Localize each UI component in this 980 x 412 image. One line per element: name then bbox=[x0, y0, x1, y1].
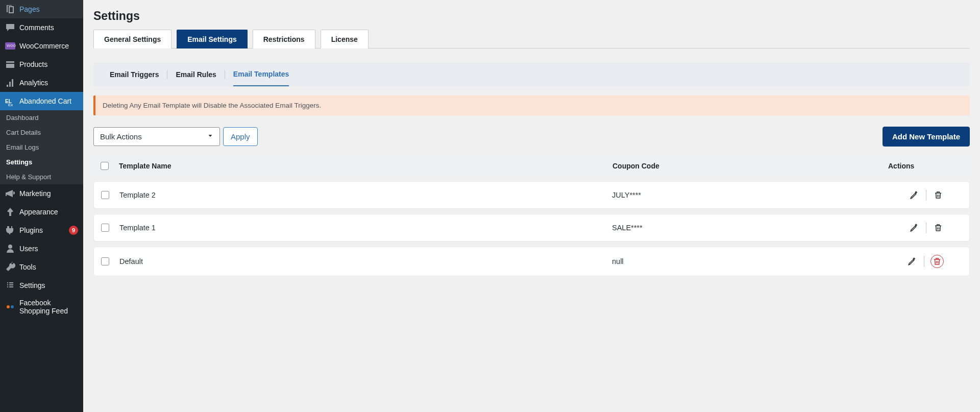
select-all-checkbox[interactable] bbox=[101, 162, 109, 170]
warning-alert: Deleting Any Email Template will Disable… bbox=[93, 95, 970, 115]
content-area: Settings General Settings Email Settings… bbox=[83, 0, 980, 412]
analytics-icon bbox=[5, 78, 15, 88]
abandoned-cart-icon: ELEx bbox=[5, 96, 15, 106]
cell-coupon-code: JULY**** bbox=[612, 191, 888, 199]
sidebar-item-settings[interactable]: Settings bbox=[0, 276, 83, 295]
sidebar-item-woocommerce[interactable]: woo WooCommerce bbox=[0, 37, 83, 55]
row-checkbox[interactable] bbox=[101, 191, 109, 199]
submenu-settings[interactable]: Settings bbox=[0, 155, 83, 169]
sidebar-item-abandoned-cart[interactable]: ELEx Abandoned Cart bbox=[0, 92, 83, 110]
bulk-actions-row: Bulk Actions Apply Add New Template bbox=[93, 127, 970, 147]
col-template-name: Template Name bbox=[119, 162, 612, 170]
delete-icon[interactable] bbox=[933, 222, 944, 233]
admin-sidebar: Pages Comments woo WooCommerce Products … bbox=[0, 0, 83, 412]
submenu-label: Settings bbox=[6, 158, 32, 166]
comments-icon bbox=[5, 22, 15, 33]
sidebar-label: Analytics bbox=[19, 79, 78, 87]
sidebar-label: Products bbox=[19, 60, 78, 68]
sidebar-label: Appearance bbox=[19, 208, 78, 216]
sidebar-item-products[interactable]: Products bbox=[0, 55, 83, 74]
svg-point-2 bbox=[7, 305, 10, 308]
col-coupon-code: Coupon Code bbox=[612, 162, 888, 170]
sidebar-label: Settings bbox=[19, 281, 78, 289]
row-checkbox[interactable] bbox=[101, 257, 109, 265]
delete-icon[interactable] bbox=[933, 189, 944, 201]
users-icon bbox=[5, 244, 15, 254]
action-separator bbox=[924, 256, 924, 267]
page-title: Settings bbox=[93, 0, 970, 29]
submenu-label: Cart Details bbox=[6, 129, 41, 136]
bulk-select-wrap: Bulk Actions bbox=[93, 127, 220, 146]
submenu-cart-details[interactable]: Cart Details bbox=[0, 125, 83, 140]
edit-icon[interactable] bbox=[909, 189, 920, 201]
subtab-email-rules[interactable]: Email Rules bbox=[176, 63, 216, 86]
tab-license[interactable]: License bbox=[321, 30, 369, 49]
settings-tabs: General Settings Email Settings Restrict… bbox=[93, 29, 970, 49]
add-new-template-button[interactable]: Add New Template bbox=[883, 127, 970, 147]
cell-template-name: Template 2 bbox=[119, 191, 612, 199]
sidebar-item-plugins[interactable]: Plugins 9 bbox=[0, 221, 83, 239]
action-separator bbox=[926, 189, 926, 201]
plugins-icon bbox=[5, 225, 15, 235]
sidebar-label: Users bbox=[19, 245, 78, 253]
table-row: Template 1 SALE**** bbox=[93, 214, 970, 241]
sidebar-label: Facebook Shopping Feed bbox=[19, 299, 78, 315]
bulk-actions-select[interactable]: Bulk Actions bbox=[93, 127, 220, 146]
sidebar-item-comments[interactable]: Comments bbox=[0, 18, 83, 37]
woocommerce-icon: woo bbox=[5, 41, 15, 51]
tab-email-settings[interactable]: Email Settings bbox=[177, 30, 247, 49]
sidebar-label: Comments bbox=[19, 23, 78, 32]
row-checkbox[interactable] bbox=[101, 224, 109, 232]
submenu-label: Email Logs bbox=[6, 143, 39, 151]
col-actions: Actions bbox=[888, 162, 965, 170]
pages-icon bbox=[5, 4, 15, 14]
action-separator bbox=[926, 222, 926, 233]
tab-general[interactable]: General Settings bbox=[93, 30, 172, 49]
sidebar-item-users[interactable]: Users bbox=[0, 239, 83, 258]
appearance-icon bbox=[5, 207, 15, 217]
submenu-label: Dashboard bbox=[6, 114, 39, 122]
sidebar-label: Abandoned Cart bbox=[19, 97, 78, 105]
table-row: Template 2 JULY**** bbox=[93, 181, 970, 209]
edit-icon[interactable] bbox=[909, 222, 920, 233]
sidebar-item-marketing[interactable]: Marketing bbox=[0, 184, 83, 203]
subtab-email-triggers[interactable]: Email Triggers bbox=[110, 63, 159, 86]
svg-text:Ex: Ex bbox=[8, 103, 13, 106]
sidebar-label: Plugins bbox=[19, 226, 63, 234]
svg-point-3 bbox=[11, 305, 14, 308]
delete-icon[interactable] bbox=[930, 255, 944, 268]
templates-table: Template Name Coupon Code Actions Templa… bbox=[93, 156, 970, 276]
sidebar-item-tools[interactable]: Tools bbox=[0, 258, 83, 276]
row-actions bbox=[888, 189, 964, 201]
cell-coupon-code: SALE**** bbox=[612, 224, 888, 232]
submenu-dashboard[interactable]: Dashboard bbox=[0, 110, 83, 125]
products-icon bbox=[5, 59, 15, 69]
submenu-label: Help & Support bbox=[6, 173, 51, 181]
sidebar-item-analytics[interactable]: Analytics bbox=[0, 74, 83, 92]
sidebar-label: WooCommerce bbox=[19, 42, 78, 50]
edit-icon[interactable] bbox=[906, 256, 918, 267]
cell-template-name: Template 1 bbox=[119, 224, 612, 232]
row-actions bbox=[888, 222, 964, 233]
sidebar-item-pages[interactable]: Pages bbox=[0, 0, 83, 18]
sidebar-label: Tools bbox=[19, 263, 78, 271]
table-row: Default null bbox=[93, 247, 970, 276]
sidebar-item-appearance[interactable]: Appearance bbox=[0, 203, 83, 221]
submenu-email-logs[interactable]: Email Logs bbox=[0, 140, 83, 155]
tab-restrictions[interactable]: Restrictions bbox=[253, 30, 315, 49]
facebook-feed-icon bbox=[5, 302, 15, 312]
subtab-separator bbox=[167, 70, 167, 79]
apply-button[interactable]: Apply bbox=[223, 127, 258, 146]
table-header: Template Name Coupon Code Actions bbox=[93, 156, 970, 176]
sidebar-item-facebook-feed[interactable]: Facebook Shopping Feed bbox=[0, 295, 83, 319]
email-subtabs: Email Triggers Email Rules Email Templat… bbox=[93, 63, 970, 86]
subtab-email-templates[interactable]: Email Templates bbox=[233, 63, 289, 86]
marketing-icon bbox=[5, 188, 15, 199]
settings-icon bbox=[5, 280, 15, 290]
submenu-help-support[interactable]: Help & Support bbox=[0, 169, 83, 184]
plugins-badge: 9 bbox=[69, 226, 78, 235]
subtab-separator bbox=[225, 70, 225, 79]
sidebar-label: Pages bbox=[19, 5, 78, 13]
tools-icon bbox=[5, 262, 15, 272]
cell-template-name: Default bbox=[119, 257, 612, 265]
